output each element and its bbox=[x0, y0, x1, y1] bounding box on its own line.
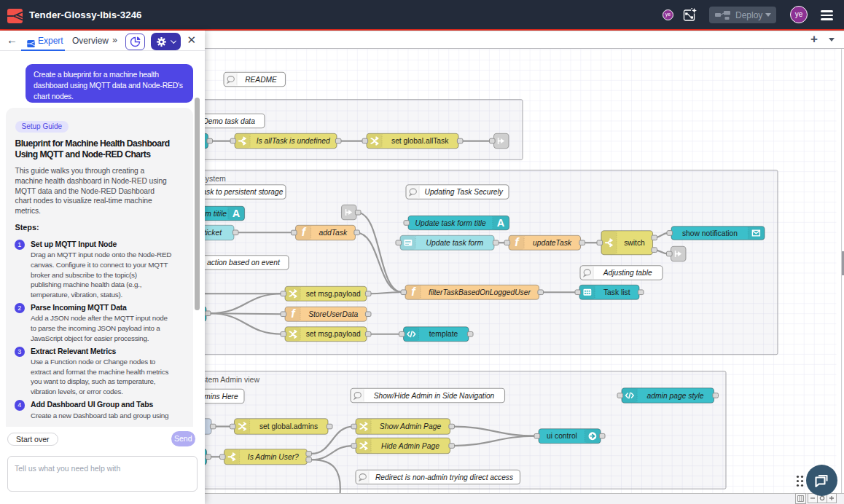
svg-text:set global.allTask: set global.allTask bbox=[391, 137, 449, 145]
svg-text:Redirect is non-admin trying d: Redirect is non-admin trying direct acce… bbox=[375, 473, 513, 481]
svg-text:A: A bbox=[233, 207, 241, 218]
svg-text:Update task form titile: Update task form titile bbox=[205, 209, 227, 217]
svg-text:Demo task data: Demo task data bbox=[205, 117, 255, 125]
svg-text:set msg.payload: set msg.payload bbox=[306, 330, 361, 338]
svg-text:template: template bbox=[429, 330, 458, 338]
svg-text:Take action based on event: Take action based on event bbox=[205, 259, 281, 267]
svg-text:Is allTask is undefined: Is allTask is undefined bbox=[257, 137, 330, 145]
svg-text:show notification: show notification bbox=[682, 229, 738, 237]
svg-text:Show Admin Page: Show Admin Page bbox=[380, 422, 442, 430]
svg-text:set msg.payload: set msg.payload bbox=[306, 289, 361, 297]
svg-text:switch: switch bbox=[624, 238, 645, 246]
svg-text:set global.admins: set global.admins bbox=[259, 422, 318, 430]
svg-text:Hide Admin Page: Hide Admin Page bbox=[381, 441, 439, 449]
svg-text:System Admin view: System Admin view bbox=[205, 374, 259, 383]
svg-text:Set Admins Here: Set Admins Here bbox=[205, 392, 238, 400]
svg-text:updateTask: updateTask bbox=[533, 238, 572, 246]
svg-text:Task Management System: Task Management System bbox=[205, 173, 226, 182]
svg-text:Save task to persistent storag: Save task to persistent storage bbox=[205, 188, 284, 196]
svg-text:Update task form title: Update task form title bbox=[415, 218, 487, 227]
svg-text:StoreUserData: StoreUserData bbox=[308, 310, 358, 318]
svg-text:Task list: Task list bbox=[603, 288, 630, 296]
svg-text:A: A bbox=[497, 216, 505, 228]
svg-text:addTask: addTask bbox=[319, 229, 348, 237]
svg-text:Update ticket: Update ticket bbox=[205, 229, 222, 237]
svg-text:Is Admin User?: Is Admin User? bbox=[248, 452, 299, 460]
svg-text:Updating Task Securely: Updating Task Securely bbox=[425, 188, 504, 196]
svg-text:admin page style: admin page style bbox=[647, 391, 704, 399]
svg-text:README: README bbox=[245, 75, 277, 83]
svg-text:Adjusting table: Adjusting table bbox=[603, 269, 652, 277]
svg-text:ui control: ui control bbox=[547, 432, 577, 440]
svg-text:Update task form: Update task form bbox=[426, 238, 484, 246]
svg-text:Show/Hide Admin in Side Naviga: Show/Hide Admin in Side Navigation bbox=[374, 391, 495, 399]
svg-text:filterTaskBasedOnLoggedUser: filterTaskBasedOnLoggedUser bbox=[429, 288, 531, 296]
